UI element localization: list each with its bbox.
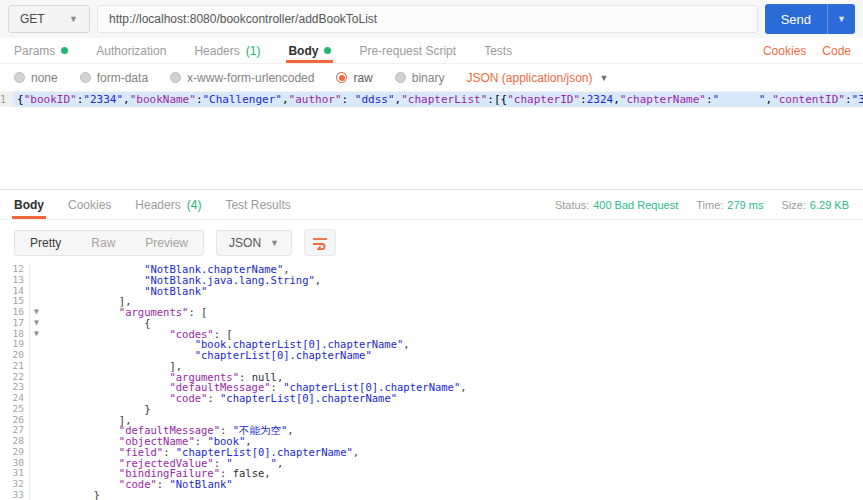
- body-mode-raw[interactable]: raw: [336, 71, 372, 85]
- tab-label: Authorization: [96, 44, 166, 58]
- request-body-editor[interactable]: 1{"bookID":"2334","bookName":"Challenger…: [0, 91, 863, 189]
- tab-label: Tests: [484, 44, 512, 58]
- wrap-button[interactable]: [304, 229, 336, 256]
- tab-cookies[interactable]: Cookies: [68, 190, 111, 219]
- code-text: ],: [43, 361, 182, 372]
- radio-dot-icon: [80, 72, 91, 83]
- code-line: 33 }: [0, 490, 863, 500]
- fold-gutter: [30, 447, 43, 458]
- tab-test-results[interactable]: Test Results: [225, 190, 290, 219]
- cookies-link[interactable]: Cookies: [763, 44, 806, 58]
- wrap-text-icon: [312, 236, 328, 250]
- view-mode-preview[interactable]: Preview: [130, 231, 203, 255]
- mode-label: form-data: [97, 71, 148, 85]
- tab-headers[interactable]: Headers(4): [135, 190, 201, 219]
- radio-dot-icon: [170, 72, 181, 83]
- line-number: 33: [0, 490, 30, 500]
- view-mode-raw[interactable]: Raw: [76, 231, 130, 255]
- tab-label: Pre-request Script: [359, 44, 456, 58]
- body-mode-binary[interactable]: binary: [395, 71, 445, 85]
- tab-tests[interactable]: Tests: [484, 38, 512, 63]
- unsaved-changes-dot: [324, 47, 331, 54]
- unsaved-changes-dot: [61, 47, 68, 54]
- top-links: Cookies Code: [763, 44, 851, 58]
- url-input[interactable]: [97, 5, 758, 33]
- code-line: 32 "code": "NotBlank": [0, 479, 863, 490]
- tab-label: Body: [14, 198, 44, 212]
- fold-gutter: [30, 372, 43, 383]
- tab-label: Test Results: [225, 198, 290, 212]
- fold-arrow-icon[interactable]: ▼: [30, 329, 43, 340]
- fold-gutter: [30, 436, 43, 447]
- fold-gutter: [30, 275, 43, 286]
- fold-gutter: [30, 458, 43, 469]
- fold-gutter: [30, 404, 43, 415]
- body-mode-form-data[interactable]: form-data: [80, 71, 148, 85]
- response-section: BodyCookiesHeaders(4)Test Results Status…: [0, 189, 863, 500]
- mode-label: x-www-form-urlencoded: [187, 71, 314, 85]
- tab-pre-request-script[interactable]: Pre-request Script: [359, 38, 456, 63]
- radio-dot-icon: [336, 72, 347, 83]
- format-dropdown[interactable]: JSON ▼: [216, 230, 292, 256]
- fold-gutter: [30, 296, 43, 307]
- fold-gutter: [30, 425, 43, 436]
- line-number: 13: [0, 275, 30, 286]
- request-tabs: ParamsAuthorizationHeaders(1)BodyPre-req…: [14, 38, 512, 63]
- tab-body[interactable]: Body: [288, 38, 331, 63]
- mode-label: binary: [412, 71, 445, 85]
- code-link[interactable]: Code: [822, 44, 851, 58]
- tab-body[interactable]: Body: [14, 190, 44, 219]
- view-mode-group: PrettyRawPreview: [14, 230, 204, 256]
- tab-label: Body: [288, 44, 318, 58]
- chevron-down-icon: ▼: [600, 73, 609, 83]
- tab-label: Params: [14, 44, 55, 58]
- method-select[interactable]: GET ▼: [8, 5, 90, 33]
- code-line: 13 "NotBlank.java.lang.String",: [0, 275, 863, 286]
- code-text: {: [43, 318, 150, 329]
- fold-gutter: [30, 415, 43, 426]
- tab-count: (4): [187, 198, 202, 212]
- line-number: 29: [0, 447, 30, 458]
- tab-headers[interactable]: Headers(1): [194, 38, 260, 63]
- radio-dot-icon: [14, 72, 25, 83]
- code-line: 25 }: [0, 404, 863, 415]
- body-mode-x-www-form-urlencoded[interactable]: x-www-form-urlencoded: [170, 71, 314, 85]
- request-tabs-row: ParamsAuthorizationHeaders(1)BodyPre-req…: [0, 38, 863, 64]
- line-number: 21: [0, 361, 30, 372]
- code-line[interactable]: 1{"bookID":"2334","bookName":"Challenger…: [0, 92, 863, 107]
- content-type-label: JSON (application/json): [466, 71, 592, 85]
- line-number: 17: [0, 318, 30, 329]
- fold-gutter: [30, 286, 43, 297]
- fold-gutter: [30, 490, 43, 500]
- body-mode-row: noneform-datax-www-form-urlencodedrawbin…: [0, 64, 863, 91]
- code-text: }: [43, 490, 100, 500]
- send-label: Send: [765, 4, 827, 34]
- status-value: 400 Bad Request: [593, 199, 678, 211]
- view-mode-pretty[interactable]: Pretty: [15, 231, 76, 255]
- fold-gutter: [30, 393, 43, 404]
- tab-count: (1): [246, 44, 261, 58]
- response-body-viewer[interactable]: 12 "NotBlank.chapterName",13 "NotBlank.j…: [0, 264, 863, 500]
- line-number: 1: [0, 92, 13, 107]
- mode-label: none: [31, 71, 58, 85]
- send-button[interactable]: Send ▼: [765, 4, 855, 34]
- size-value: 6.29 KB: [810, 199, 849, 211]
- chevron-down-icon: ▼: [69, 14, 78, 24]
- fold-arrow-icon[interactable]: ▼: [30, 307, 43, 318]
- response-meta: Status:400 Bad Request Time:279 ms Size:…: [555, 199, 849, 211]
- content-type-dropdown[interactable]: JSON (application/json)▼: [466, 71, 608, 85]
- response-header: BodyCookiesHeaders(4)Test Results Status…: [0, 190, 863, 220]
- body-mode-none[interactable]: none: [14, 71, 58, 85]
- response-toolbar: PrettyRawPreview JSON ▼: [14, 229, 863, 256]
- fold-gutter: [30, 382, 43, 393]
- tab-label: Headers: [135, 198, 180, 212]
- tab-authorization[interactable]: Authorization: [96, 38, 166, 63]
- tab-label: Headers: [194, 44, 239, 58]
- mode-label: raw: [353, 71, 372, 85]
- send-options-caret[interactable]: ▼: [827, 4, 855, 34]
- format-label: JSON: [229, 236, 261, 250]
- tab-params[interactable]: Params: [14, 38, 68, 63]
- response-tabs: BodyCookiesHeaders(4)Test Results: [14, 190, 291, 219]
- fold-arrow-icon[interactable]: ▼: [30, 318, 43, 329]
- size-badge: Size:6.29 KB: [781, 199, 849, 211]
